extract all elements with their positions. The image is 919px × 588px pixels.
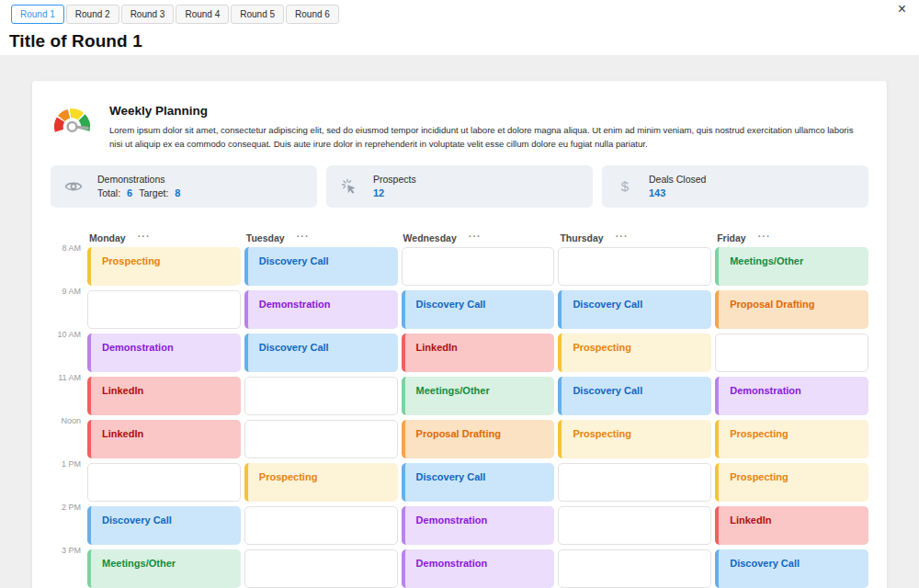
empty-slot[interactable]	[558, 463, 711, 502]
event-meetings[interactable]: Meetings/Other	[402, 377, 555, 415]
empty-slot[interactable]	[244, 377, 398, 415]
tab-round-6[interactable]: Round 6	[286, 5, 339, 24]
tab-round-1[interactable]: Round 1	[11, 5, 64, 24]
event-discovery[interactable]: Discovery Call	[87, 506, 241, 545]
event-proposal[interactable]: Proposal Drafting	[402, 420, 555, 458]
calendar-slot	[244, 377, 398, 420]
calendar-slot: Discovery Call	[402, 290, 555, 334]
stat-text: DemonstrationsTotal:6Target:8	[97, 174, 187, 198]
tab-round-4[interactable]: Round 4	[176, 5, 229, 24]
calendar-slot	[244, 420, 398, 463]
event-demonstration[interactable]: Demonstration	[87, 334, 241, 372]
calendar-slot: Prospecting	[87, 247, 241, 290]
event-prospecting[interactable]: Prospecting	[715, 463, 868, 502]
event-linkedin[interactable]: LinkedIn	[87, 420, 241, 458]
empty-slot[interactable]	[558, 506, 711, 545]
empty-slot[interactable]	[715, 334, 868, 372]
empty-slot[interactable]	[87, 463, 241, 502]
calendar-slot: LinkedIn	[87, 377, 241, 420]
empty-slot[interactable]	[244, 420, 398, 458]
calendar-slot: LinkedIn	[402, 334, 555, 377]
tab-round-5[interactable]: Round 5	[231, 5, 284, 24]
cursor-click-icon	[340, 178, 358, 195]
card-header-text: Weekly Planning Lorem ipsum dolor sit am…	[109, 100, 868, 152]
calendar-slot	[558, 463, 711, 506]
event-discovery[interactable]: Discovery Call	[558, 377, 711, 415]
day-header: Thursday···	[558, 232, 711, 247]
event-demonstration[interactable]: Demonstration	[402, 506, 555, 545]
day-menu-icon[interactable]: ···	[469, 231, 482, 242]
calendar-slot: Proposal Drafting	[715, 290, 868, 334]
calendar-slot: Demonstration	[402, 506, 555, 549]
calendar-slot	[558, 506, 711, 549]
event-discovery[interactable]: Discovery Call	[558, 290, 711, 329]
event-demonstration[interactable]: Demonstration	[402, 549, 555, 588]
day-header: Friday···	[715, 232, 868, 247]
event-proposal[interactable]: Proposal Drafting	[715, 290, 868, 329]
day-header: Wednesday···	[402, 232, 555, 247]
day-menu-icon[interactable]: ···	[297, 231, 310, 242]
empty-slot[interactable]	[558, 247, 711, 286]
event-discovery[interactable]: Discovery Call	[244, 247, 398, 286]
tab-round-3[interactable]: Round 3	[121, 5, 175, 24]
stats-row: DemonstrationsTotal:6Target:8Prospects12…	[51, 165, 868, 208]
stat-text: Deals Closed143	[649, 174, 706, 198]
calendar-slot: Prospecting	[558, 334, 711, 377]
event-linkedin[interactable]: LinkedIn	[87, 377, 241, 415]
event-linkedin[interactable]: LinkedIn	[402, 334, 555, 372]
event-discovery[interactable]: Discovery Call	[244, 334, 398, 372]
event-prospecting[interactable]: Prospecting	[87, 247, 241, 286]
time-label: 8 AM	[51, 243, 87, 287]
event-meetings[interactable]: Meetings/Other	[715, 247, 868, 286]
event-discovery[interactable]: Discovery Call	[402, 463, 555, 502]
stat-title: Demonstrations	[97, 174, 187, 185]
event-prospecting[interactable]: Prospecting	[244, 463, 398, 502]
calendar-slot: Prospecting	[715, 463, 868, 506]
empty-slot[interactable]	[244, 506, 398, 545]
event-prospecting[interactable]: Prospecting	[558, 420, 711, 458]
calendar-slot: Discovery Call	[558, 377, 711, 420]
empty-slot[interactable]	[244, 549, 398, 588]
day-menu-icon[interactable]: ···	[138, 231, 151, 242]
calendar-slot: Prospecting	[558, 420, 711, 463]
time-label: 1 PM	[51, 459, 87, 503]
calendar-slot: Discovery Call	[244, 334, 398, 377]
event-demonstration[interactable]: Demonstration	[244, 290, 398, 329]
time-gutter: 8 AM9 AM10 AM11 AMNoon1 PM2 PM3 PM	[51, 232, 87, 588]
stat-card-deals-closed[interactable]: $Deals Closed143	[602, 165, 868, 208]
calendar-slot: Discovery Call	[715, 549, 868, 588]
empty-slot[interactable]	[558, 549, 711, 588]
event-prospecting[interactable]: Prospecting	[558, 334, 711, 372]
stat-card-prospects[interactable]: Prospects12	[326, 165, 593, 208]
event-demonstration[interactable]: Demonstration	[715, 377, 868, 415]
close-icon[interactable]: ×	[898, 2, 906, 17]
calendar-slot: Discovery Call	[244, 247, 398, 290]
calendar-slot	[87, 290, 241, 334]
day-column-thursday: Thursday···Discovery CallProspectingDisc…	[558, 232, 711, 588]
calendar-slot: Discovery Call	[402, 463, 555, 506]
calendar-slot: Demonstration	[715, 377, 868, 420]
empty-slot[interactable]	[402, 247, 555, 286]
day-name: Friday	[717, 232, 746, 243]
event-discovery[interactable]: Discovery Call	[715, 549, 868, 588]
day-menu-icon[interactable]: ···	[616, 231, 629, 242]
empty-slot[interactable]	[87, 290, 241, 329]
calendar-slot	[87, 463, 241, 506]
event-meetings[interactable]: Meetings/Other	[87, 549, 241, 588]
day-menu-icon[interactable]: ···	[758, 231, 771, 242]
stat-value: 143	[649, 187, 706, 198]
page-title: Title of Round 1	[9, 31, 919, 51]
event-prospecting[interactable]: Prospecting	[715, 420, 868, 458]
calendar-slot	[558, 549, 711, 588]
day-column-tuesday: Tuesday···Discovery CallDemonstrationDis…	[244, 232, 398, 588]
time-label: Noon	[51, 416, 87, 459]
event-linkedin[interactable]: LinkedIn	[715, 506, 868, 545]
stat-card-demonstrations[interactable]: DemonstrationsTotal:6Target:8	[51, 165, 317, 208]
stat-text: Prospects12	[373, 174, 416, 198]
tab-round-2[interactable]: Round 2	[66, 5, 119, 24]
gauge-icon	[51, 101, 94, 147]
calendar-slot: Prospecting	[244, 463, 398, 506]
event-discovery[interactable]: Discovery Call	[402, 290, 555, 329]
day-name: Thursday	[560, 232, 603, 243]
day-name: Wednesday	[403, 232, 457, 243]
